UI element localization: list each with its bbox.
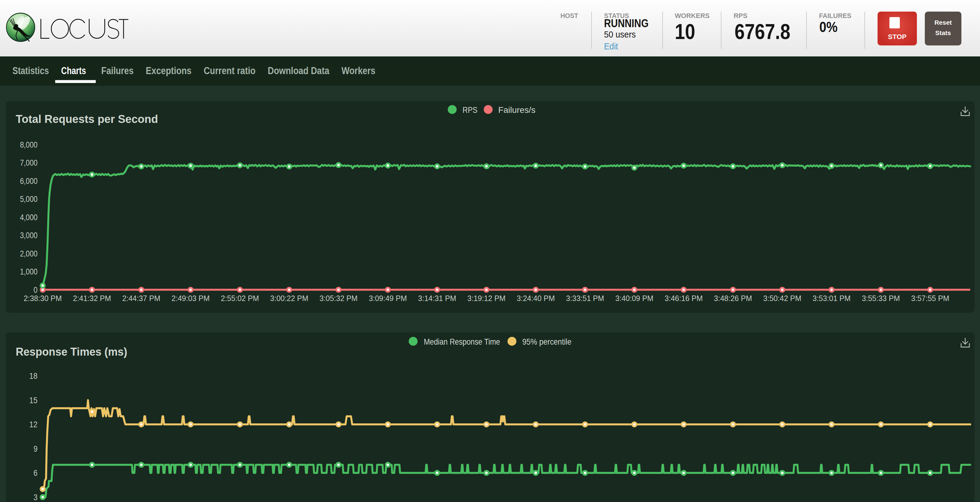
svg-text:1,000: 1,000 — [20, 267, 38, 276]
svg-text:4,000: 4,000 — [20, 213, 38, 222]
svg-text:2:55:02 PM: 2:55:02 PM — [221, 294, 259, 303]
svg-text:3,000: 3,000 — [20, 231, 38, 240]
svg-text:2:41:32 PM: 2:41:32 PM — [73, 294, 111, 303]
svg-text:7,000: 7,000 — [20, 158, 38, 167]
svg-text:6767.8: 6767.8 — [735, 20, 790, 44]
svg-text:Median Response Time: Median Response Time — [424, 337, 500, 346]
svg-text:FAILURES: FAILURES — [819, 12, 851, 19]
svg-text:2:38:30 PM: 2:38:30 PM — [24, 294, 62, 303]
svg-text:2:49:03 PM: 2:49:03 PM — [172, 294, 210, 303]
svg-text:6,000: 6,000 — [20, 177, 38, 186]
svg-text:3:05:32 PM: 3:05:32 PM — [320, 294, 358, 303]
svg-text:Failures: Failures — [101, 65, 134, 76]
svg-text:50 users: 50 users — [604, 30, 636, 39]
svg-text:3:46:16 PM: 3:46:16 PM — [665, 294, 703, 303]
svg-text:Statistics: Statistics — [13, 65, 49, 76]
svg-text:15: 15 — [29, 396, 38, 405]
svg-text:3:09:49 PM: 3:09:49 PM — [369, 294, 407, 303]
svg-text:Download Data: Download Data — [268, 65, 329, 76]
svg-text:RPS: RPS — [733, 12, 747, 19]
svg-text:Response Times (ms): Response Times (ms) — [16, 346, 127, 358]
svg-text:2,000: 2,000 — [20, 249, 38, 258]
svg-text:3:48:26 PM: 3:48:26 PM — [714, 294, 752, 303]
svg-text:3:53:01 PM: 3:53:01 PM — [813, 294, 851, 303]
svg-text:3:14:31 PM: 3:14:31 PM — [418, 294, 456, 303]
svg-text:9: 9 — [33, 445, 38, 454]
svg-text:6: 6 — [33, 469, 38, 478]
svg-text:Total Requests per Second: Total Requests per Second — [16, 113, 158, 125]
svg-text:5,000: 5,000 — [20, 194, 38, 204]
svg-text:Edit: Edit — [604, 41, 618, 51]
svg-text:Failures/s: Failures/s — [498, 105, 535, 115]
svg-text:Current ratio: Current ratio — [204, 65, 256, 76]
svg-text:3:57:55 PM: 3:57:55 PM — [911, 294, 949, 303]
svg-text:Workers: Workers — [342, 65, 375, 76]
svg-text:HOST: HOST — [560, 12, 578, 19]
svg-text:3:24:40 PM: 3:24:40 PM — [517, 294, 555, 303]
svg-text:18: 18 — [29, 371, 38, 381]
svg-text:12: 12 — [29, 420, 38, 429]
svg-text:3:50:42 PM: 3:50:42 PM — [763, 294, 801, 303]
svg-text:WORKERS: WORKERS — [675, 12, 710, 19]
svg-text:3:55:33 PM: 3:55:33 PM — [862, 294, 900, 303]
svg-text:3:33:51 PM: 3:33:51 PM — [566, 294, 604, 303]
svg-text:3: 3 — [33, 493, 38, 502]
svg-text:8,000: 8,000 — [20, 140, 38, 150]
svg-text:95% percentile: 95% percentile — [522, 337, 571, 346]
svg-text:RPS: RPS — [463, 105, 477, 115]
svg-text:10: 10 — [675, 20, 695, 44]
svg-text:3:40:09 PM: 3:40:09 PM — [615, 294, 654, 303]
svg-text:3:19:12 PM: 3:19:12 PM — [468, 294, 506, 303]
svg-text:2:44:37 PM: 2:44:37 PM — [122, 294, 161, 303]
svg-text:3:00:22 PM: 3:00:22 PM — [270, 294, 308, 303]
svg-text:RUNNING: RUNNING — [604, 17, 649, 30]
svg-text:Charts: Charts — [61, 65, 86, 76]
svg-text:0%: 0% — [819, 19, 838, 35]
svg-text:Exceptions: Exceptions — [146, 65, 191, 76]
svg-text:0: 0 — [33, 285, 38, 295]
